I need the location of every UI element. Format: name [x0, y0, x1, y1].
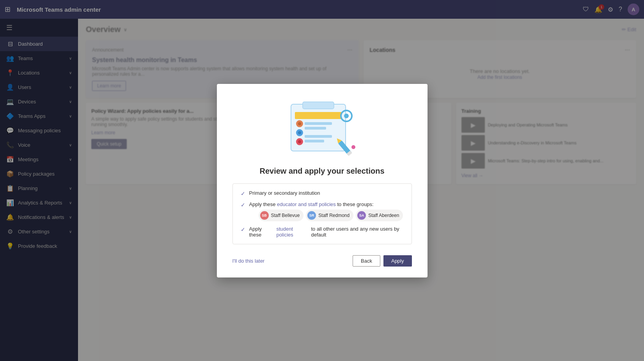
svg-point-8	[298, 122, 301, 125]
apply-student-text: Apply these	[249, 226, 273, 238]
group-badge-redmond: SR Staff Redmond	[306, 210, 353, 221]
modal-footer: I'll do this later Back Apply	[232, 255, 412, 267]
svg-rect-3	[305, 122, 332, 125]
svg-rect-2	[295, 112, 342, 119]
svg-point-12	[298, 140, 301, 143]
check-item-text: Primary or secondary institution	[249, 190, 320, 196]
skip-later-button[interactable]: I'll do this later	[232, 258, 265, 264]
apply-button[interactable]: Apply	[383, 255, 412, 267]
footer-buttons: Back Apply	[353, 255, 412, 267]
group-badge-aberdeen: SA Staff Aberdeen	[356, 210, 403, 221]
group-label-bellevue: Staff Bellevue	[271, 213, 300, 218]
back-button[interactable]: Back	[353, 255, 380, 267]
svg-point-18	[351, 145, 355, 149]
modal-overlay: Review and apply your selections ✓ Prima…	[0, 0, 644, 361]
check-item-educator: ✓ Apply these educator and staff policie…	[241, 201, 404, 221]
group-label-aberdeen: Staff Aberdeen	[368, 213, 399, 218]
group-avatar-aberdeen: SA	[357, 211, 366, 220]
group-label-redmond: Staff Redmond	[318, 213, 349, 218]
svg-rect-5	[305, 135, 332, 138]
to-all-users-text: to all other users and any new users by …	[311, 226, 403, 238]
group-badge-bellevue: SB Staff Bellevue	[259, 210, 304, 221]
modal-title: Review and apply your selections	[259, 167, 384, 176]
checkmark-icon: ✓	[241, 202, 245, 208]
educator-policies-link[interactable]: educator and staff policies	[277, 201, 336, 207]
checkmark-icon: ✓	[241, 190, 245, 197]
svg-rect-4	[305, 127, 326, 130]
student-policies-link[interactable]: student policies	[276, 226, 307, 238]
check-item-institution: ✓ Primary or secondary institution	[241, 190, 404, 197]
svg-rect-1	[303, 102, 334, 109]
review-modal: Review and apply your selections ✓ Prima…	[217, 84, 428, 277]
svg-point-10	[298, 131, 301, 134]
apply-these-text: Apply these	[249, 201, 277, 207]
group-avatar-redmond: SR	[307, 211, 316, 220]
svg-point-17	[344, 114, 349, 118]
modal-checklist: ✓ Primary or secondary institution ✓ App…	[232, 183, 412, 244]
modal-illustration	[279, 96, 365, 159]
checkmark-icon: ✓	[241, 226, 245, 233]
groups-row: SB Staff Bellevue SR Staff Redmond SA St…	[259, 210, 403, 221]
svg-rect-6	[305, 140, 324, 142]
to-these-groups-text: to these groups:	[336, 201, 374, 207]
group-avatar-bellevue: SB	[260, 211, 269, 220]
check-item-student: ✓ Apply these student policies to all ot…	[241, 226, 404, 238]
